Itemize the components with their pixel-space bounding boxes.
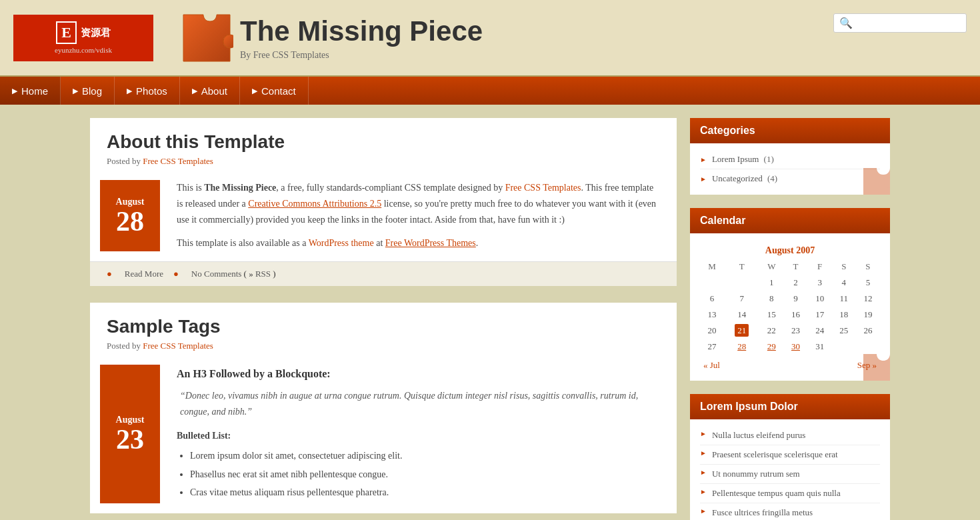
free-css-link[interactable]: Free CSS Templates xyxy=(505,183,581,193)
cal-day[interactable]: 21 xyxy=(724,323,759,339)
cal-day[interactable]: 15 xyxy=(759,307,783,323)
cal-th-t2: T xyxy=(783,259,807,275)
cal-day[interactable]: 14 xyxy=(724,307,759,323)
cal-day[interactable]: 13 xyxy=(700,307,724,323)
post-about-template: About this Template Posted by Free CSS T… xyxy=(90,118,677,286)
post-author-link-1[interactable]: Free CSS Templates xyxy=(143,156,213,166)
cal-day[interactable]: 8 xyxy=(759,291,783,307)
date-box-2: August 23 xyxy=(100,365,160,503)
nav-home-arrow: ▶ xyxy=(12,87,17,95)
bullet-2: ● xyxy=(173,269,179,279)
cal-day[interactable]: 26 xyxy=(856,323,880,339)
cal-day[interactable]: 23 xyxy=(783,323,807,339)
cal-day[interactable]: 10 xyxy=(808,291,832,307)
cal-day[interactable]: 1 xyxy=(759,275,783,291)
nav-blog[interactable]: ▶ Blog xyxy=(61,77,115,105)
cal-day[interactable]: 7 xyxy=(724,291,759,307)
logo: E 资源君 eyunzhu.com/vdisk xyxy=(13,15,153,61)
lorem-content: ►Nulla luctus eleifend purus►Praesent sc… xyxy=(690,419,890,520)
read-more-link[interactable]: Read More xyxy=(125,269,163,279)
cal-day[interactable]: 30 xyxy=(783,339,807,355)
calendar-month-year: August 2007 xyxy=(700,240,880,259)
lorem-link-2[interactable]: Praesent scelerisque scelerisque erat xyxy=(712,449,838,460)
category-link-1[interactable]: Lorem Ipsum (1) xyxy=(712,154,774,165)
category-link-2[interactable]: Uncategorized (4) xyxy=(712,173,777,184)
wp-theme-link[interactable]: WordPress theme xyxy=(309,238,374,248)
free-wp-link[interactable]: Free WordPress Themes xyxy=(385,238,476,248)
calendar-title: Calendar xyxy=(690,208,890,233)
cal-day[interactable]: 31 xyxy=(808,339,832,355)
lorem-arrow-1: ► xyxy=(700,430,707,437)
lorem-item-4: ►Pellentesque tempus quam quis nulla xyxy=(700,484,880,503)
nav-photos[interactable]: ▶ Photos xyxy=(115,77,180,105)
cal-day[interactable]: 29 xyxy=(759,339,783,355)
nav-about-arrow: ▶ xyxy=(192,87,197,95)
post-author-link-2[interactable]: Free CSS Templates xyxy=(143,341,213,351)
calendar-section: Calendar August 2007 M T W T F S S xyxy=(690,208,890,381)
cal-th-f: F xyxy=(808,259,832,275)
cal-day[interactable]: 16 xyxy=(783,307,807,323)
post-content-2: An H3 Followed by a Blockquote: “Donec l… xyxy=(160,355,677,513)
category-arrow-1: ► xyxy=(700,156,707,163)
categories-title: Categories xyxy=(690,118,890,143)
lorem-link-4[interactable]: Pellentesque tempus quam quis nulla xyxy=(712,488,841,499)
navigation: ▶ Home ▶ Blog ▶ Photos ▶ About ▶ Contact xyxy=(0,77,980,105)
nav-blog-arrow: ▶ xyxy=(73,87,78,95)
cal-day[interactable]: 3 xyxy=(808,275,832,291)
nav-about[interactable]: ▶ About xyxy=(180,77,240,105)
bullet-item-3: Cras vitae metus aliquam risus pellentes… xyxy=(190,485,660,501)
nav-photos-arrow: ▶ xyxy=(127,87,132,95)
lorem-link-1[interactable]: Nulla luctus eleifend purus xyxy=(712,430,805,441)
lorem-item-1: ►Nulla luctus eleifend purus xyxy=(700,426,880,445)
rss-link[interactable]: RSS xyxy=(255,269,271,279)
logo-url: eyunzhu.com/vdisk xyxy=(55,46,112,54)
lorem-arrow-3: ► xyxy=(700,469,707,476)
cal-day[interactable]: 20 xyxy=(700,323,724,339)
bullet-item-1: Lorem ipsum dolor sit amet, consectetuer… xyxy=(190,448,660,464)
logo-letter: E xyxy=(56,21,77,44)
cal-day[interactable]: 24 xyxy=(808,323,832,339)
categories-section: Categories ► Lorem Ipsum (1) ► Uncategor… xyxy=(690,118,890,195)
cal-day[interactable]: 27 xyxy=(700,339,724,355)
cal-prev-link[interactable]: « Jul xyxy=(703,360,720,371)
nav-home[interactable]: ▶ Home xyxy=(0,77,61,105)
lorem-arrow-5: ► xyxy=(700,507,707,515)
post-title-2: Sample Tags xyxy=(107,316,660,337)
cal-day[interactable]: 17 xyxy=(808,307,832,323)
lorem-link-5[interactable]: Fusce ultrices fringilla metus xyxy=(712,507,813,518)
cal-day[interactable]: 9 xyxy=(783,291,807,307)
cal-day[interactable]: 22 xyxy=(759,323,783,339)
cal-th-w: W xyxy=(759,259,783,275)
cal-day xyxy=(700,275,724,291)
cal-day[interactable]: 18 xyxy=(832,307,856,323)
site-subtitle: By Free CSS Templates xyxy=(240,50,967,61)
cal-day[interactable]: 5 xyxy=(856,275,880,291)
post-title-1: About this Template xyxy=(107,131,660,153)
post-meta-2: Posted by Free CSS Templates xyxy=(107,341,660,351)
date-box-1: August 28 xyxy=(100,180,160,251)
cal-day[interactable]: 12 xyxy=(856,291,880,307)
lorem-arrow-2: ► xyxy=(700,449,707,457)
search-input[interactable] xyxy=(855,18,961,28)
cal-day[interactable]: 4 xyxy=(832,275,856,291)
puzzle-deco-icon xyxy=(853,158,890,195)
cal-day[interactable]: 2 xyxy=(783,275,807,291)
search-icon: 🔍 xyxy=(839,17,853,29)
calendar-table: M T W T F S S 12345678910111213141516171… xyxy=(700,259,880,355)
cc-link[interactable]: Creative Commons Attributions 2.5 xyxy=(248,199,381,209)
nav-contact-arrow: ▶ xyxy=(252,87,257,95)
bullet-list: Lorem ipsum dolor sit amet, consectetuer… xyxy=(190,448,660,501)
puzzle-deco-cal-icon xyxy=(853,344,890,381)
post-meta-1: Posted by Free CSS Templates xyxy=(107,156,660,167)
cal-day[interactable]: 28 xyxy=(724,339,759,355)
lorem-link-3[interactable]: Ut nonummy rutrum sem xyxy=(712,469,800,479)
post-footer-1: ● Read More ● No Comments ( » RSS ) xyxy=(90,261,677,286)
bullet-1: ● xyxy=(107,269,112,279)
post-sample-tags: Sample Tags Posted by Free CSS Templates… xyxy=(90,303,677,513)
cal-day[interactable]: 25 xyxy=(832,323,856,339)
cal-day[interactable]: 19 xyxy=(856,307,880,323)
cal-day[interactable]: 6 xyxy=(700,291,724,307)
no-comments-link[interactable]: No Comments xyxy=(191,269,241,279)
nav-contact[interactable]: ▶ Contact xyxy=(240,77,309,105)
cal-day[interactable]: 11 xyxy=(832,291,856,307)
